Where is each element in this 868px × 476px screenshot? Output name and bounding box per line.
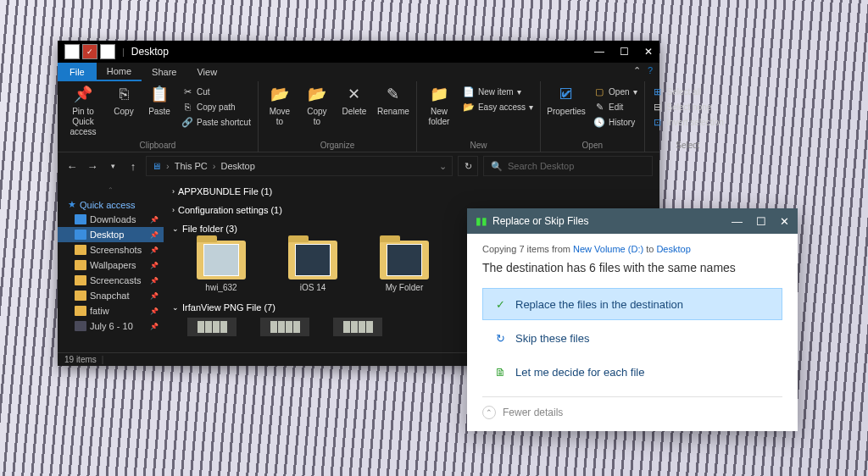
pin-to-quick-access-button[interactable]: 📌 Pin to Quick access [63,83,103,139]
delete-button[interactable]: ✕Delete [338,83,370,139]
new-item-button[interactable]: 📄New item ▾ [461,85,535,98]
minimize-button[interactable]: — [594,46,604,58]
image-thumbnail[interactable] [333,318,382,336]
edit-button[interactable]: ✎Edit [592,100,638,113]
image-thumbnail[interactable] [260,318,309,336]
folder-icon [75,245,86,255]
folder-icon [75,260,86,270]
paste-shortcut-button[interactable]: 🔗Paste shortcut [180,115,253,129]
tab-share[interactable]: Share [142,63,186,81]
rename-button[interactable]: ✎Rename [376,83,411,139]
copy-to-icon: 📂 [305,85,329,105]
tab-view[interactable]: View [186,63,227,81]
destination-link[interactable]: Desktop [656,244,690,254]
group-appxbundle[interactable]: ›APPXBUNDLE File (1) [172,185,651,198]
sidebar-item-screenshots[interactable]: Screenshots📌 [58,242,164,257]
cut-icon: ✂ [181,86,193,97]
navigation-pane: ⌃ ★ Quick access Downloads📌 Desktop📌 Scr… [58,180,164,352]
history-icon: 🕓 [593,116,605,128]
address-bar[interactable]: 🖥 › This PC › Desktop ⌄ [146,156,453,176]
option-replace[interactable]: ✓ Replace the files in the destination [482,288,782,320]
dialog-copy-info: Copying 7 items from New Volume (D:) to … [482,244,782,254]
qat-icon-3[interactable]: ▭ [100,44,115,59]
copy-button[interactable]: ⎘ Copy [108,83,139,139]
sidebar-item-fatiw[interactable]: fatiw📌 [58,303,164,318]
back-button[interactable]: ← [64,160,80,173]
option-skip[interactable]: ↻ Skip these files [482,322,782,354]
folder-icon [75,306,86,316]
help-icon[interactable]: ? [648,65,653,79]
select-all-icon: ⊞ [652,86,664,97]
ribbon-group-open: 🗹Properties ▢Open ▾ ✎Edit 🕓History Open [541,81,644,152]
paste-icon: 📋 [147,85,171,105]
dialog-message: The destination has 6 files with the sam… [482,254,782,286]
cut-button[interactable]: ✂Cut [180,85,253,98]
downloads-icon [75,214,86,224]
copy-path-icon: ⎘ [181,101,193,113]
sidebar-item-wallpapers[interactable]: Wallpapers📌 [58,257,164,273]
dialog-maximize-button[interactable]: ☐ [756,215,766,228]
pin-icon: 📌 [71,85,95,105]
delete-icon: ✕ [342,85,366,105]
sidebar-item-snapchat[interactable]: Snapchat📌 [58,288,164,303]
item-count: 19 items [64,355,97,364]
refresh-button[interactable]: ↻ [458,156,478,176]
new-folder-button[interactable]: 📁New folder [422,83,456,139]
folder-hwi632[interactable]: hwi_632 [187,241,255,292]
copy-to-button[interactable]: 📂Copy to [301,83,333,139]
dialog-close-button[interactable]: ✕ [780,215,789,228]
quick-access-header[interactable]: ★ Quick access [58,197,164,212]
ribbon-group-select: ⊞Select all ⊟Select none ⊡Invert selecti… [645,81,731,152]
select-none-icon: ⊟ [652,101,664,113]
sidebar-item-july[interactable]: July 6 - 10📌 [58,318,164,334]
open-icon: ▢ [593,86,605,97]
easy-access-button[interactable]: 📂Easy access ▾ [461,100,535,113]
folder-ios14[interactable]: iOS 14 [279,241,347,292]
properties-icon: 🗹 [554,85,578,105]
move-to-button[interactable]: 📂Move to [264,83,296,139]
ribbon-group-organize: 📂Move to 📂Copy to ✕Delete ✎Rename Organi… [259,81,417,152]
breadcrumb-this-pc[interactable]: This PC [175,161,208,171]
select-none-button[interactable]: ⊟Select none [650,100,726,113]
history-button[interactable]: 🕓History [592,115,638,129]
search-icon: 🔍 [491,161,503,172]
dialog-titlebar[interactable]: ▮▮ Replace or Skip Files — ☐ ✕ [467,208,798,234]
properties-button[interactable]: 🗹Properties [546,83,587,139]
qat-icon-2[interactable]: ✓ [82,44,97,59]
forward-button[interactable]: → [85,160,100,173]
select-all-button[interactable]: ⊞Select all [650,85,726,98]
checkmark-icon: ✓ [493,297,507,311]
breadcrumb-desktop[interactable]: Desktop [220,161,254,171]
paste-button[interactable]: 📋 Paste [144,83,175,139]
up-button[interactable]: ↑ [125,160,141,173]
sidebar-item-downloads[interactable]: Downloads📌 [58,212,164,227]
new-item-icon: 📄 [463,86,475,97]
rename-icon: ✎ [381,85,405,105]
decide-icon: 🗎 [493,365,507,379]
source-link[interactable]: New Volume (D:) [573,244,643,254]
sidebar-item-screencasts[interactable]: Screencasts📌 [58,273,164,288]
ribbon-collapse-icon[interactable]: ⌃ [633,65,641,79]
folder-myfolder[interactable]: My Folder [370,241,438,292]
sidebar-item-desktop[interactable]: Desktop📌 [58,227,164,242]
image-thumbnail[interactable] [187,318,236,336]
new-folder-icon: 📁 [427,85,451,105]
invert-selection-button[interactable]: ⊡Invert selection [650,115,726,129]
titlebar[interactable]: ▭ ✓ ▭ | Desktop — ☐ ✕ [58,41,659,63]
dialog-minimize-button[interactable]: — [732,215,743,228]
maximize-button[interactable]: ☐ [620,46,629,58]
recent-locations-button[interactable]: ▾ [105,162,120,170]
copy-path-button[interactable]: ⎘Copy path [180,100,253,113]
window-title: Desktop [131,46,169,58]
invert-selection-icon: ⊡ [652,116,664,128]
option-decide[interactable]: 🗎 Let me decide for each file [482,356,782,388]
search-box[interactable]: 🔍 Search Desktop [483,156,653,176]
copy-operation-icon: ▮▮ [476,215,487,227]
fewer-details-link[interactable]: Fewer details [503,407,563,418]
qat-icon-1[interactable]: ▭ [64,44,80,59]
dialog-title: Replace or Skip Files [492,215,588,227]
close-button[interactable]: ✕ [644,46,653,58]
tab-home[interactable]: Home [97,63,142,81]
file-menu[interactable]: File [58,63,97,81]
open-button[interactable]: ▢Open ▾ [592,85,638,98]
